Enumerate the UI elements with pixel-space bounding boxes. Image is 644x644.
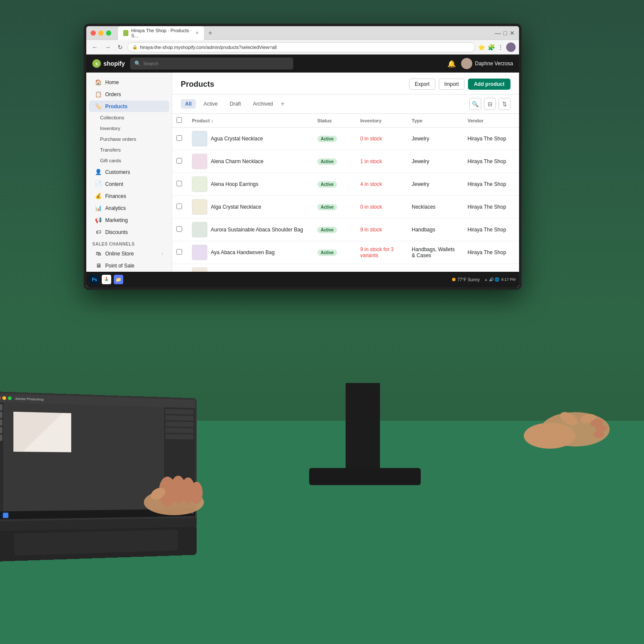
import-button[interactable]: Import <box>439 79 465 90</box>
sidebar-item-pos[interactable]: 🖥 Point of Sale <box>89 260 169 271</box>
sidebar-item-discounts[interactable]: 🏷 Discounts <box>89 226 169 238</box>
taskbar-files-icon[interactable]: 📁 <box>114 275 123 284</box>
shopify-search[interactable]: 🔍 Search <box>130 58 293 70</box>
sidebar-item-inventory[interactable]: Inventory <box>89 123 169 134</box>
extensions-btn[interactable]: 🧩 <box>488 44 495 51</box>
back-btn[interactable]: ← <box>90 43 100 52</box>
product-thumbnail <box>192 199 207 215</box>
monitor-stand-pole <box>346 383 380 469</box>
filter-tab-all[interactable]: All <box>181 99 196 109</box>
table-row[interactable]: Alga Crystal Necklace Active 0 in stock … <box>172 196 519 219</box>
browser-tab[interactable]: Hiraya The Shop · Products · S… ✕ <box>118 26 204 40</box>
row-inventory-cell: 9 in stock <box>356 219 407 241</box>
browser-controls <box>91 30 111 36</box>
table-row[interactable]: Aya Abaca Handwoven Bag Active 9 in stoc… <box>172 241 519 264</box>
sidebar-item-transfers[interactable]: Transfers <box>89 145 169 155</box>
table-row[interactable]: Agua Crystal Necklace Active 0 in stock … <box>172 128 519 150</box>
sidebar-item-customers[interactable]: 👤 Customers <box>89 166 169 178</box>
ps-tool-5[interactable] <box>0 434 2 441</box>
profile-avatar[interactable] <box>506 43 516 52</box>
ps-tool-1[interactable] <box>0 404 2 410</box>
filter-options-btn[interactable]: ⊟ <box>484 98 496 110</box>
th-product[interactable]: Product ↕ <box>188 114 313 128</box>
sidebar-item-orders[interactable]: 📋 Orders <box>89 88 169 100</box>
status-badge: Active <box>317 249 337 256</box>
sidebar-item-marketing[interactable]: 📢 Marketing <box>89 214 169 226</box>
sidebar-item-collections[interactable]: Collections <box>89 112 169 123</box>
pos-icon: 🖥 <box>95 262 102 269</box>
sidebar-item-content[interactable]: 📄 Content <box>89 178 169 190</box>
scene: Hiraya The Shop · Products · S… ✕ + — □ … <box>0 0 644 644</box>
bookmark-btn[interactable]: ⭐ <box>478 44 485 51</box>
sidebar-purchase-orders-label: Purchase orders <box>100 137 136 142</box>
add-product-button[interactable]: Add product <box>468 79 510 90</box>
row-status-cell: Active <box>313 196 356 219</box>
tab-close-btn[interactable]: ✕ <box>195 30 199 35</box>
table-row[interactable]: Aurora Sustainable Abaca Shoulder Bag Ac… <box>172 219 519 241</box>
ps-close-btn[interactable] <box>0 396 0 400</box>
row-checkbox[interactable] <box>176 158 182 164</box>
lock-icon: 🔒 <box>132 45 137 49</box>
address-bar[interactable]: 🔒 hiraya-the-shop.myshopify.com/admin/pr… <box>128 42 475 52</box>
table-row[interactable]: Alena Hoop Earrings Active 4 in stock Je… <box>172 173 519 196</box>
product-thumbnail <box>192 245 207 260</box>
minimize-btn[interactable] <box>98 30 103 36</box>
tab-bar: Hiraya The Shop · Products · S… ✕ + <box>118 26 492 40</box>
row-checkbox-cell <box>172 241 188 264</box>
sidebar-orders-label: Orders <box>105 91 121 97</box>
ps-tool-4[interactable] <box>0 427 2 433</box>
url-text: hiraya-the-shop.myshopify.com/admin/prod… <box>140 45 276 50</box>
product-thumbnail <box>192 131 207 146</box>
maximize-btn[interactable] <box>106 30 111 36</box>
filter-tab-active[interactable]: Active <box>199 99 222 109</box>
sidebar-item-purchase-orders[interactable]: Purchase orders <box>89 134 169 144</box>
close-window-btn[interactable]: ✕ <box>510 30 515 36</box>
row-status-cell: Active <box>313 128 356 150</box>
ps-min-btn[interactable] <box>3 396 6 400</box>
filter-tab-draft[interactable]: Draft <box>225 99 245 109</box>
forward-btn[interactable]: → <box>103 43 113 52</box>
sort-btn[interactable]: ⇅ <box>498 98 510 110</box>
home-icon: 🏠 <box>95 79 102 85</box>
sidebar-item-products[interactable]: 🏷️ Products <box>89 100 169 112</box>
select-all-checkbox[interactable] <box>176 117 182 123</box>
table-row[interactable]: Alena Charm Necklace Active 1 in stock J… <box>172 150 519 173</box>
reload-btn[interactable]: ↻ <box>115 43 125 52</box>
sidebar-item-analytics[interactable]: 📊 Analytics <box>89 202 169 214</box>
notification-bell[interactable]: 🔔 <box>447 60 456 68</box>
row-checkbox[interactable] <box>176 181 182 186</box>
search-filter-btn[interactable]: 🔍 <box>469 98 481 110</box>
restore-window-btn[interactable]: □ <box>504 30 507 36</box>
sidebar-item-gift-cards[interactable]: Gift cards <box>89 155 169 166</box>
row-checkbox[interactable] <box>176 204 182 209</box>
left-hand <box>125 459 223 519</box>
monitor-stand-base <box>309 468 421 485</box>
add-filter-btn[interactable]: + <box>281 100 285 108</box>
menu-btn[interactable]: ⋮ <box>498 44 504 51</box>
sidebar-item-finances[interactable]: 💰 Finances <box>89 190 169 202</box>
new-tab-btn[interactable]: + <box>206 29 215 37</box>
nav-actions: ⭐ 🧩 ⋮ <box>478 43 516 52</box>
finances-icon: 💰 <box>95 193 102 199</box>
analytics-icon: 📊 <box>95 205 102 211</box>
laptop-ps-icon <box>0 513 1 518</box>
shopify-logo: s shopify <box>92 59 125 68</box>
close-btn[interactable] <box>91 30 96 36</box>
taskbar-chrome-icon[interactable] <box>102 275 111 284</box>
sidebar-item-online-store[interactable]: 🛍 Online Store › <box>89 248 169 259</box>
row-checkbox[interactable] <box>176 226 182 232</box>
inventory-value: 1 in stock <box>360 158 382 164</box>
row-checkbox-cell <box>172 219 188 241</box>
ps-tool-3[interactable] <box>0 419 2 426</box>
filter-tab-archived[interactable]: Archived <box>249 99 277 109</box>
row-checkbox[interactable] <box>176 249 182 255</box>
minimize-window-btn[interactable]: — <box>495 30 501 36</box>
row-checkbox-cell <box>172 128 188 150</box>
ps-tool-2[interactable] <box>0 412 2 418</box>
row-checkbox[interactable] <box>176 135 182 141</box>
ps-max-btn[interactable] <box>8 396 12 400</box>
sidebar-item-home[interactable]: 🏠 Home <box>89 76 169 88</box>
taskbar-ps-icon[interactable]: Ps <box>90 275 99 284</box>
sidebar-customers-label: Customers <box>105 169 130 175</box>
export-button[interactable]: Export <box>409 79 435 90</box>
